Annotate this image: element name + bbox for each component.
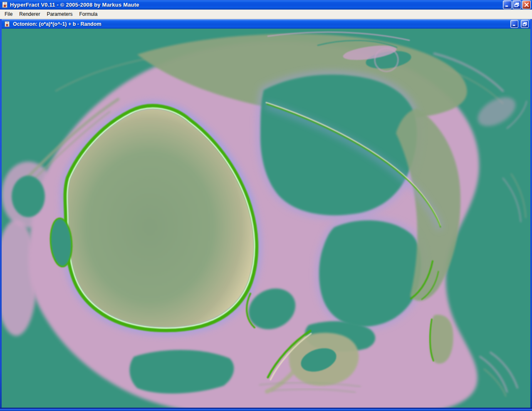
fractal-canvas[interactable]: [2, 29, 530, 408]
menu-file[interactable]: File: [1, 10, 16, 18]
minimize-icon: [512, 22, 517, 26]
app-window: HyperFract V0.11 - © 2005-2008 by Markus…: [0, 0, 532, 411]
fractal-restore-button[interactable]: [521, 20, 529, 28]
restore-icon: [522, 22, 527, 26]
close-icon: [524, 2, 529, 7]
window-controls: [503, 0, 531, 9]
java-document-icon: [4, 21, 10, 27]
fractal-window-title: Octonion: (o*a)*(o^-1) + b - Random: [13, 21, 508, 27]
minimize-icon: [505, 2, 510, 7]
java-app-icon: [2, 2, 8, 8]
minimize-button[interactable]: [503, 0, 512, 9]
fractal-window-titlebar[interactable]: Octonion: (o*a)*(o^-1) + b - Random: [2, 19, 530, 29]
window-bottom-border: [0, 408, 532, 411]
restore-button[interactable]: [512, 0, 521, 9]
fractal-minimize-button[interactable]: [510, 20, 518, 28]
menu-formula[interactable]: Formula: [76, 10, 101, 18]
close-button[interactable]: [522, 0, 531, 9]
window-title: HyperFract V0.11 - © 2005-2008 by Markus…: [10, 2, 501, 8]
menu-renderer[interactable]: Renderer: [16, 10, 43, 18]
fractal-window: Octonion: (o*a)*(o^-1) + b - Random: [2, 19, 530, 408]
restore-icon: [514, 2, 520, 7]
menu-parameters[interactable]: Parameters: [43, 10, 76, 18]
fractal-image: [2, 29, 530, 408]
menubar: File Renderer Parameters Formula: [0, 10, 532, 19]
desktop-pane: Octonion: (o*a)*(o^-1) + b - Random: [0, 19, 532, 408]
titlebar[interactable]: HyperFract V0.11 - © 2005-2008 by Markus…: [0, 0, 532, 10]
